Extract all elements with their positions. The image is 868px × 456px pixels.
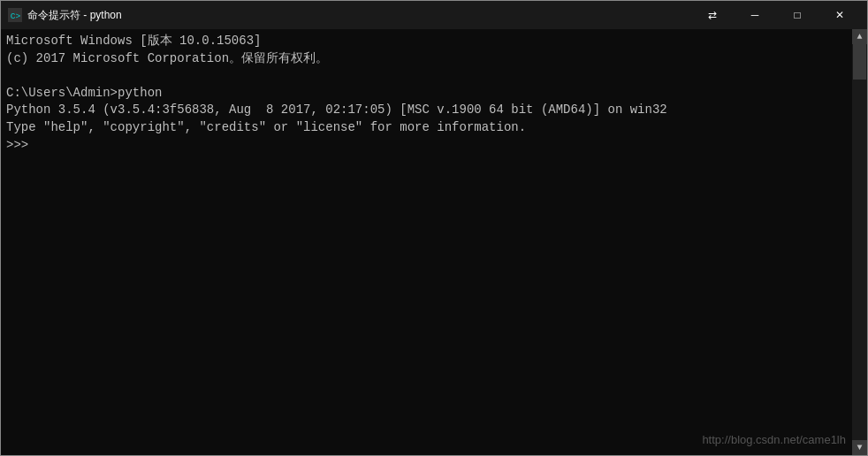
scroll-thumb[interactable] xyxy=(853,44,866,80)
console-line-6: Type "help", "copyright", "credits" or "… xyxy=(6,119,862,137)
svg-text:C>: C> xyxy=(11,11,21,21)
swap-button[interactable]: ⇄ xyxy=(692,1,733,29)
maximize-icon: □ xyxy=(794,10,800,20)
scroll-track xyxy=(852,44,867,440)
cmd-window: C> 命令提示符 - python ⇄ ─ □ ✕ Microsoft Wind… xyxy=(0,0,868,456)
window-title: 命令提示符 - python xyxy=(27,8,122,23)
scrollbar[interactable]: ▲ ▼ xyxy=(852,29,867,455)
title-bar: C> 命令提示符 - python ⇄ ─ □ ✕ xyxy=(1,1,867,29)
scroll-up-button[interactable]: ▲ xyxy=(852,29,867,44)
console-line-2: (c) 2017 Microsoft Corporation。保留所有权利。 xyxy=(6,50,862,68)
minimize-icon: ─ xyxy=(751,10,759,20)
scroll-down-button[interactable]: ▼ xyxy=(852,440,867,455)
window-controls: ⇄ ─ □ ✕ xyxy=(692,1,860,29)
cmd-icon: C> xyxy=(8,8,22,22)
console-body[interactable]: Microsoft Windows [版本 10.0.15063] (c) 20… xyxy=(1,29,867,455)
maximize-button[interactable]: □ xyxy=(777,1,818,29)
close-button[interactable]: ✕ xyxy=(819,1,860,29)
watermark: http://blog.csdn.net/came1lh xyxy=(702,432,846,448)
close-icon: ✕ xyxy=(835,10,844,20)
console-prompt: >>> xyxy=(6,137,862,155)
console-line-5: Python 3.5.4 (v3.5.4:3f56838, Aug 8 2017… xyxy=(6,102,862,119)
console-line-4: C:\Users\Admin>python xyxy=(6,85,862,103)
title-bar-left: C> 命令提示符 - python xyxy=(8,8,122,23)
swap-icon: ⇄ xyxy=(708,10,717,20)
console-line-3 xyxy=(6,67,862,85)
minimize-button[interactable]: ─ xyxy=(735,1,775,29)
console-line-1: Microsoft Windows [版本 10.0.15063] xyxy=(6,33,862,50)
